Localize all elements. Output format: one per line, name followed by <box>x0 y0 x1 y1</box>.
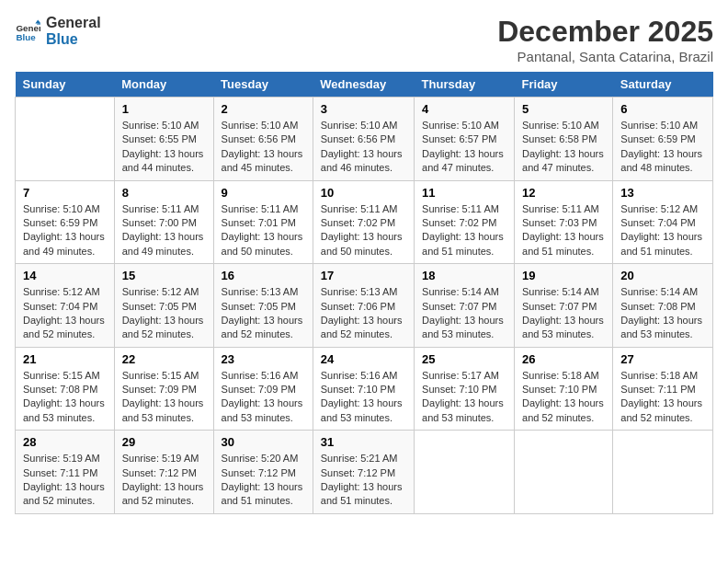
day-info: Sunrise: 5:10 AM Sunset: 6:59 PM Dayligh… <box>23 202 107 259</box>
calendar-cell: 17Sunrise: 5:13 AM Sunset: 7:06 PM Dayli… <box>313 264 414 348</box>
day-info: Sunrise: 5:18 AM Sunset: 7:10 PM Dayligh… <box>522 369 605 426</box>
day-number: 10 <box>321 186 406 200</box>
day-number: 1 <box>122 102 206 116</box>
logo-icon: General Blue <box>15 18 40 44</box>
day-number: 7 <box>23 186 107 200</box>
day-info: Sunrise: 5:15 AM Sunset: 7:09 PM Dayligh… <box>122 369 206 426</box>
day-info: Sunrise: 5:19 AM Sunset: 7:12 PM Dayligh… <box>122 452 206 509</box>
day-number: 5 <box>522 102 605 116</box>
day-number: 11 <box>422 186 506 200</box>
calendar-cell <box>16 98 115 181</box>
day-info: Sunrise: 5:19 AM Sunset: 7:11 PM Dayligh… <box>23 452 107 509</box>
day-info: Sunrise: 5:10 AM Sunset: 6:55 PM Dayligh… <box>122 119 206 176</box>
day-info: Sunrise: 5:16 AM Sunset: 7:10 PM Dayligh… <box>321 369 406 426</box>
weekday-header-sunday: Sunday <box>16 72 115 98</box>
weekday-header-tuesday: Tuesday <box>213 72 313 98</box>
day-info: Sunrise: 5:10 AM Sunset: 6:59 PM Dayligh… <box>620 119 705 176</box>
week-row-4: 28Sunrise: 5:19 AM Sunset: 7:11 PM Dayli… <box>16 431 713 514</box>
calendar-cell: 15Sunrise: 5:12 AM Sunset: 7:05 PM Dayli… <box>114 264 213 348</box>
day-number: 23 <box>222 352 305 366</box>
week-row-0: 1Sunrise: 5:10 AM Sunset: 6:55 PM Daylig… <box>16 98 713 181</box>
calendar-cell: 8Sunrise: 5:11 AM Sunset: 7:00 PM Daylig… <box>114 180 213 264</box>
calendar-cell: 5Sunrise: 5:10 AM Sunset: 6:58 PM Daylig… <box>515 98 613 181</box>
day-info: Sunrise: 5:13 AM Sunset: 7:06 PM Dayligh… <box>321 285 406 342</box>
day-number: 19 <box>522 269 605 282</box>
day-number: 8 <box>122 186 206 200</box>
weekday-header-saturday: Saturday <box>613 72 713 98</box>
day-number: 26 <box>522 352 605 366</box>
calendar-cell: 9Sunrise: 5:11 AM Sunset: 7:01 PM Daylig… <box>213 180 313 264</box>
day-number: 31 <box>321 435 406 449</box>
day-info: Sunrise: 5:12 AM Sunset: 7:04 PM Dayligh… <box>620 202 705 259</box>
day-info: Sunrise: 5:15 AM Sunset: 7:08 PM Dayligh… <box>23 369 107 426</box>
week-row-3: 21Sunrise: 5:15 AM Sunset: 7:08 PM Dayli… <box>16 347 713 431</box>
day-number: 21 <box>23 352 107 366</box>
week-row-2: 14Sunrise: 5:12 AM Sunset: 7:04 PM Dayli… <box>16 264 713 348</box>
calendar-cell <box>613 431 713 514</box>
day-info: Sunrise: 5:13 AM Sunset: 7:05 PM Dayligh… <box>222 285 305 342</box>
day-number: 20 <box>620 269 705 282</box>
calendar-cell: 3Sunrise: 5:10 AM Sunset: 6:56 PM Daylig… <box>313 98 414 181</box>
calendar-cell: 26Sunrise: 5:18 AM Sunset: 7:10 PM Dayli… <box>515 347 613 431</box>
calendar-cell: 4Sunrise: 5:10 AM Sunset: 6:57 PM Daylig… <box>415 98 515 181</box>
day-info: Sunrise: 5:12 AM Sunset: 7:04 PM Dayligh… <box>23 285 107 342</box>
day-number: 12 <box>522 186 605 200</box>
calendar-cell: 22Sunrise: 5:15 AM Sunset: 7:09 PM Dayli… <box>114 347 213 431</box>
day-number: 30 <box>222 435 305 449</box>
weekday-header-wednesday: Wednesday <box>313 72 414 98</box>
day-number: 9 <box>222 186 305 200</box>
day-number: 28 <box>23 435 107 449</box>
calendar-cell: 14Sunrise: 5:12 AM Sunset: 7:04 PM Dayli… <box>16 264 115 348</box>
calendar-cell: 18Sunrise: 5:14 AM Sunset: 7:07 PM Dayli… <box>415 264 515 348</box>
day-info: Sunrise: 5:14 AM Sunset: 7:07 PM Dayligh… <box>522 285 605 342</box>
day-info: Sunrise: 5:17 AM Sunset: 7:10 PM Dayligh… <box>422 369 506 426</box>
calendar-cell: 31Sunrise: 5:21 AM Sunset: 7:12 PM Dayli… <box>313 431 414 514</box>
calendar-cell: 27Sunrise: 5:18 AM Sunset: 7:11 PM Dayli… <box>613 347 713 431</box>
calendar-cell: 24Sunrise: 5:16 AM Sunset: 7:10 PM Dayli… <box>313 347 414 431</box>
day-info: Sunrise: 5:11 AM Sunset: 7:02 PM Dayligh… <box>422 202 506 259</box>
day-number: 14 <box>23 269 107 282</box>
page-header: General Blue General Blue December 2025 … <box>15 15 713 64</box>
day-info: Sunrise: 5:11 AM Sunset: 7:01 PM Dayligh… <box>222 202 305 259</box>
week-row-1: 7Sunrise: 5:10 AM Sunset: 6:59 PM Daylig… <box>16 180 713 264</box>
day-info: Sunrise: 5:20 AM Sunset: 7:12 PM Dayligh… <box>222 452 305 509</box>
day-info: Sunrise: 5:10 AM Sunset: 6:58 PM Dayligh… <box>522 119 605 176</box>
calendar-cell: 1Sunrise: 5:10 AM Sunset: 6:55 PM Daylig… <box>114 98 213 181</box>
day-number: 18 <box>422 269 506 282</box>
main-title: December 2025 <box>497 15 713 49</box>
calendar-cell: 13Sunrise: 5:12 AM Sunset: 7:04 PM Dayli… <box>613 180 713 264</box>
day-info: Sunrise: 5:11 AM Sunset: 7:03 PM Dayligh… <box>522 202 605 259</box>
calendar-table: SundayMondayTuesdayWednesdayThursdayFrid… <box>15 72 713 514</box>
calendar-cell: 12Sunrise: 5:11 AM Sunset: 7:03 PM Dayli… <box>515 180 613 264</box>
calendar-cell: 21Sunrise: 5:15 AM Sunset: 7:08 PM Dayli… <box>16 347 115 431</box>
svg-text:Blue: Blue <box>16 31 36 41</box>
weekday-header-row: SundayMondayTuesdayWednesdayThursdayFrid… <box>16 72 713 98</box>
calendar-cell <box>515 431 613 514</box>
calendar-cell: 11Sunrise: 5:11 AM Sunset: 7:02 PM Dayli… <box>415 180 515 264</box>
day-info: Sunrise: 5:14 AM Sunset: 7:08 PM Dayligh… <box>620 285 705 342</box>
weekday-header-friday: Friday <box>515 72 613 98</box>
day-info: Sunrise: 5:14 AM Sunset: 7:07 PM Dayligh… <box>422 285 506 342</box>
calendar-cell: 6Sunrise: 5:10 AM Sunset: 6:59 PM Daylig… <box>613 98 713 181</box>
day-number: 3 <box>321 102 406 116</box>
logo-blue: Blue <box>46 31 101 48</box>
day-info: Sunrise: 5:10 AM Sunset: 6:57 PM Dayligh… <box>422 119 506 176</box>
day-info: Sunrise: 5:10 AM Sunset: 6:56 PM Dayligh… <box>321 119 406 176</box>
calendar-cell: 29Sunrise: 5:19 AM Sunset: 7:12 PM Dayli… <box>114 431 213 514</box>
day-number: 16 <box>222 269 305 282</box>
calendar-cell: 23Sunrise: 5:16 AM Sunset: 7:09 PM Dayli… <box>213 347 313 431</box>
day-info: Sunrise: 5:10 AM Sunset: 6:56 PM Dayligh… <box>222 119 305 176</box>
day-number: 22 <box>122 352 206 366</box>
calendar-cell: 28Sunrise: 5:19 AM Sunset: 7:11 PM Dayli… <box>16 431 115 514</box>
day-info: Sunrise: 5:11 AM Sunset: 7:00 PM Dayligh… <box>122 202 206 259</box>
day-number: 6 <box>620 102 705 116</box>
logo: General Blue General Blue <box>15 15 101 47</box>
day-info: Sunrise: 5:16 AM Sunset: 7:09 PM Dayligh… <box>222 369 305 426</box>
logo-general: General <box>46 15 101 31</box>
day-info: Sunrise: 5:12 AM Sunset: 7:05 PM Dayligh… <box>122 285 206 342</box>
weekday-header-thursday: Thursday <box>415 72 515 98</box>
day-number: 2 <box>222 102 305 116</box>
title-area: December 2025 Pantanal, Santa Catarina, … <box>497 15 713 64</box>
calendar-cell: 25Sunrise: 5:17 AM Sunset: 7:10 PM Dayli… <box>415 347 515 431</box>
calendar-cell: 20Sunrise: 5:14 AM Sunset: 7:08 PM Dayli… <box>613 264 713 348</box>
